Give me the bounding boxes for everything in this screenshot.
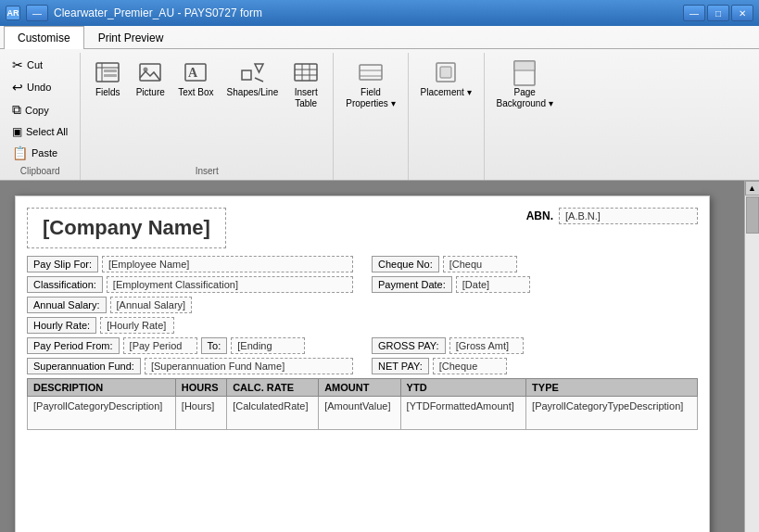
window-controls: — □ ✕ <box>683 5 753 21</box>
insert-table-label: InsertTable <box>295 87 318 109</box>
svg-line-11 <box>255 78 263 82</box>
abn-row: ABN. [A.B.N.] <box>526 208 698 224</box>
net-pay-label: NET PAY: <box>372 358 429 374</box>
tab-print-preview[interactable]: Print Preview <box>84 26 178 49</box>
pay-slip-for-label: Pay Slip For: <box>27 256 98 272</box>
super-net-row: Superannuation Fund: [Superannuation Fun… <box>27 358 698 374</box>
copy-button[interactable]: ⧉ Copy <box>7 99 54 120</box>
col-calc-rate: CALC. RATE <box>227 379 319 397</box>
tab-customise[interactable]: Customise <box>4 26 84 49</box>
table-header-row: DESCRIPTION HOURS CALC. RATE AMOUNT YTD … <box>28 379 698 397</box>
insert-items: Fields Picture <box>88 53 325 163</box>
text-box-label: Text Box <box>178 87 213 98</box>
annual-salary-label: Annual Salary: <box>27 297 107 313</box>
page-background-label: PageBackground ▾ <box>497 87 553 109</box>
cheque-no-value: [Chequ <box>443 256 517 272</box>
ribbon-group-insert: Fields Picture <box>84 53 334 180</box>
pay-period-col: Pay Period From: [Pay Period To: [Ending <box>27 337 353 354</box>
svg-text:A: A <box>188 66 198 80</box>
placement-button[interactable]: Placement ▾ <box>416 55 476 101</box>
svg-rect-5 <box>140 64 160 81</box>
ribbon-tabs: Customise Print Preview <box>0 26 759 49</box>
close-button[interactable]: ✕ <box>731 5 753 21</box>
cell-hours: [Hours] <box>175 397 226 430</box>
svg-rect-21 <box>440 67 451 78</box>
form-header: [Company Name] ABN. [A.B.N.] <box>27 208 698 248</box>
field-properties-group-label <box>341 173 399 180</box>
title-bar: AR — Clearwater_Premier_AU - PAYS0727 fo… <box>0 0 759 26</box>
paste-button[interactable]: 📋 Paste <box>7 143 62 163</box>
hourly-rate-row: Hourly Rate: [Hourly Rate] <box>27 317 698 334</box>
scroll-track-v <box>745 196 759 532</box>
svg-rect-23 <box>514 61 535 70</box>
insert-table-button[interactable]: InsertTable <box>286 55 325 112</box>
col-ytd: YTD <box>400 379 525 397</box>
shapes-line-button[interactable]: Shapes/Line <box>222 55 284 101</box>
insert-table-icon <box>291 57 321 87</box>
payment-date-col: Payment Date: [Date] <box>372 276 698 293</box>
text-box-button[interactable]: A Text Box <box>173 55 218 101</box>
fields-icon <box>93 57 122 87</box>
cell-ytd: [YTDFormattedAmount] <box>400 397 525 430</box>
gross-pay-col: GROSS PAY: [Gross Amt] <box>372 337 698 354</box>
table-row: [PayrollCategoryDescription] [Hours] [Ca… <box>28 397 698 430</box>
shapes-line-label: Shapes/Line <box>227 87 279 98</box>
page-background-icon <box>510 57 539 87</box>
company-name: [Company Name] <box>27 208 226 248</box>
classification-label: Classification: <box>27 276 103 293</box>
field-properties-label: FieldProperties ▾ <box>346 87 395 109</box>
clipboard-group-label: Clipboard <box>7 163 72 180</box>
placement-items: Placement ▾ <box>416 53 476 173</box>
gross-pay-value: [Gross Amt] <box>449 337 524 354</box>
placement-group-label <box>416 173 476 180</box>
cheque-no-label: Cheque No: <box>372 256 439 272</box>
col-amount: AMOUNT <box>319 379 400 397</box>
cell-amount: [AmountValue] <box>319 397 400 430</box>
scroll-up-button[interactable]: ▲ <box>745 181 760 196</box>
pay-period-to-value: [Ending <box>231 337 305 354</box>
maximize-button[interactable]: □ <box>707 5 729 21</box>
text-box-icon: A <box>181 57 210 87</box>
canvas-area[interactable]: [Company Name] ABN. [A.B.N.] Pay Slip Fo… <box>0 181 744 532</box>
hourly-rate-value: [Hourly Rate] <box>100 317 174 334</box>
title-text: Clearwater_Premier_AU - PAYS0727 form <box>54 6 262 19</box>
svg-rect-12 <box>295 64 317 81</box>
cell-type: [PayrollCategoryTypeDescription] <box>526 397 698 430</box>
main-area: [Company Name] ABN. [A.B.N.] Pay Slip Fo… <box>0 181 759 532</box>
minimize-btn[interactable]: — <box>26 5 48 21</box>
annual-salary-row: Annual Salary: [Annual Salary] <box>27 297 698 313</box>
clipboard-items: ✂ Cut ↩ Undo ⧉ Copy ▣ Select All 📋 Pa <box>7 53 72 163</box>
minimize-button[interactable]: — <box>683 5 705 21</box>
scroll-thumb-v[interactable] <box>746 196 759 234</box>
col-type: TYPE <box>526 379 698 397</box>
ribbon-group-page-background: PageBackground ▾ <box>488 53 565 180</box>
ribbon: Customise Print Preview ✂ Cut ↩ Undo ⧉ C… <box>0 26 759 181</box>
svg-rect-4 <box>104 74 117 77</box>
insert-group-label: Insert <box>88 163 325 180</box>
field-properties-button[interactable]: FieldProperties ▾ <box>341 55 399 112</box>
svg-marker-10 <box>255 64 263 72</box>
picture-button[interactable]: Picture <box>131 55 170 101</box>
placement-icon <box>431 57 461 87</box>
cell-description: [PayrollCategoryDescription] <box>28 397 176 430</box>
gross-pay-label: GROSS PAY: <box>372 337 446 354</box>
vertical-scrollbar[interactable]: ▲ ▼ <box>744 181 759 532</box>
picture-icon <box>135 57 165 87</box>
cut-button[interactable]: ✂ Cut <box>7 55 47 75</box>
shapes-line-icon <box>237 57 267 87</box>
cheque-no-col: Cheque No: [Chequ <box>372 256 698 272</box>
ribbon-group-placement: Placement ▾ <box>412 53 485 180</box>
svg-rect-3 <box>104 70 117 72</box>
placement-label: Placement ▾ <box>421 87 472 98</box>
abn-value: [A.B.N.] <box>559 208 698 224</box>
fields-button[interactable]: Fields <box>88 55 127 101</box>
undo-button[interactable]: ↩ Undo <box>7 77 56 97</box>
classification-value: [Employment Classification] <box>107 276 353 293</box>
page-background-items: PageBackground ▾ <box>492 53 558 173</box>
abn-label: ABN. <box>526 209 553 222</box>
svg-rect-17 <box>360 65 382 80</box>
select-all-button[interactable]: ▣ Select All <box>7 122 72 141</box>
classification-col: Classification: [Employment Classificati… <box>27 276 353 293</box>
pay-period-from-label: Pay Period From: <box>27 337 120 354</box>
page-background-button[interactable]: PageBackground ▾ <box>492 55 558 112</box>
